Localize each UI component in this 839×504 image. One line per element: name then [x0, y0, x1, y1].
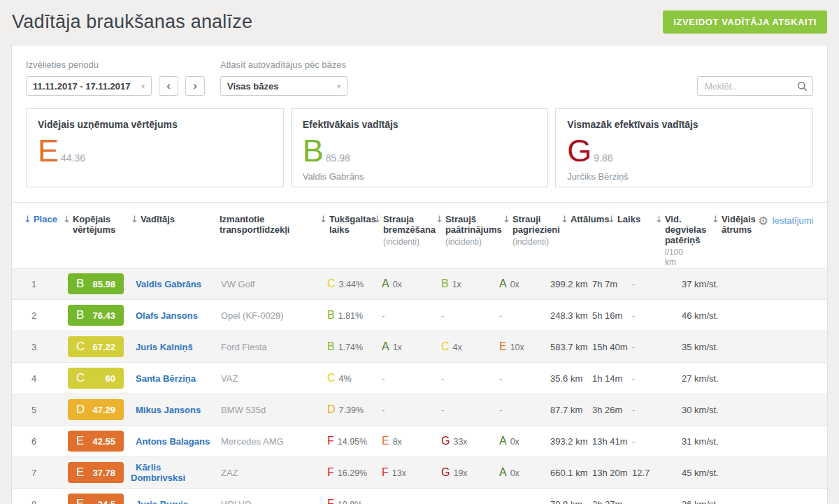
driver-link[interactable]: Valdis Gabrāns — [131, 279, 201, 289]
column-header-distance[interactable]: ↓Attālums — [550, 203, 591, 268]
grade-letter: F — [382, 466, 389, 478]
column-header-vehicles: Izmantotie transportlīdzekļi — [217, 203, 319, 268]
column-header-acceleration[interactable]: ↓Straujš paātrinājums(incidenti) — [434, 203, 497, 268]
grade-value: 4% — [339, 374, 352, 384]
driver-link[interactable]: Olafs Jansons — [131, 310, 198, 321]
column-sublabel: (incidenti) — [436, 237, 496, 247]
place-cell: 5 — [12, 394, 62, 426]
badge-grade-letter: E — [76, 497, 84, 504]
incident-cell: F16.29% — [319, 457, 371, 489]
period-select[interactable]: 11.11.2017 - 17.11.2017 ▾ — [26, 76, 152, 96]
incident-cell: B1.74% — [319, 331, 371, 363]
next-period-button[interactable]: › — [185, 76, 205, 96]
driver-link[interactable]: Kārlis Dombrivsksi — [131, 462, 185, 483]
column-header-time[interactable]: ↓Laiks — [591, 203, 631, 268]
column-header-braking[interactable]: ↓Strauja bremzēšana(incidenti) — [371, 203, 434, 268]
incident-cell: - — [371, 489, 434, 504]
driver-link[interactable]: Mikus Jansons — [131, 405, 201, 415]
place-cell: 7 — [12, 457, 62, 489]
grade-value: 0x — [393, 280, 402, 289]
search-input[interactable] — [697, 76, 813, 96]
table-row: 1B85.98Valdis GabrānsVW GolfC3.44%A0xB1x… — [12, 268, 827, 300]
driver-link[interactable]: Juris Kalniņš — [131, 342, 193, 352]
incident-cell: - — [434, 394, 497, 426]
badge-grade-value: 85.98 — [92, 279, 115, 289]
period-filter-group: Izvēlieties periodu 11.11.2017 - 17.11.2… — [26, 59, 152, 96]
search-icon[interactable] — [797, 81, 808, 94]
score-cell: E42.55 — [62, 426, 130, 457]
settings-header[interactable]: ⚙Iestatījumi — [748, 203, 827, 268]
badge-grade-value: 47.29 — [92, 405, 115, 415]
incident-cell: D7.39% — [319, 394, 371, 426]
column-header-place[interactable]: ↓Place — [12, 203, 62, 268]
grade-letter: G — [441, 435, 450, 447]
fuel-cell: - — [631, 363, 681, 394]
base-select[interactable]: Visas bāzes ▾ — [220, 76, 347, 96]
settings-cell — [748, 300, 827, 331]
card-title: Efektīvākais vadītājs — [303, 119, 537, 130]
settings-cell — [748, 489, 827, 504]
vehicle-cell: BMW 535d — [217, 394, 319, 426]
column-header-driver[interactable]: ↓Vadītājs — [130, 203, 217, 268]
grade-badge: D47.29 — [68, 399, 124, 420]
badge-grade-value: 42.55 — [92, 436, 115, 447]
grade-badge: E42.55 — [68, 431, 124, 452]
sort-arrow-icon: ↓ — [373, 214, 381, 235]
previous-period-button[interactable]: ‹ — [159, 76, 178, 96]
empty-value: - — [441, 373, 444, 384]
distance-cell: 660.1 km — [550, 457, 591, 489]
empty-value: - — [632, 310, 635, 321]
empty-value: - — [632, 405, 635, 415]
place-cell: 3 — [12, 331, 62, 363]
card-title: Vidējais uzņēmuma vērtējums — [38, 119, 272, 130]
grade-letter: A — [382, 278, 389, 289]
driver-link[interactable]: Juris Burvis — [131, 499, 188, 504]
score-cell: D47.29 — [62, 394, 130, 426]
sort-arrow-icon: ↓ — [63, 214, 71, 235]
score-cell: C67.22 — [62, 331, 130, 363]
badge-grade-letter: B — [76, 277, 84, 291]
column-header-fuel[interactable]: ↓Vid. degvielas patēriņšl/100 km — [631, 203, 681, 268]
chevron-down-icon: ▾ — [337, 82, 340, 90]
badge-grade-letter: E — [76, 466, 84, 480]
badge-grade-letter: E — [76, 434, 84, 448]
table-row: 5D47.29Mikus JansonsBMW 535dD7.39%---87.… — [12, 394, 827, 426]
badge-grade-value: 76.43 — [92, 310, 115, 321]
incident-cell: F13x — [371, 457, 434, 489]
empty-value: - — [499, 373, 502, 384]
vehicle-cell: ZAZ — [217, 457, 319, 489]
grade-value: 10x — [510, 343, 524, 352]
driver-name — [38, 171, 272, 182]
table-row: 4C60Santa BērziņaVAZC4%---35.6 km1h 14m-… — [12, 363, 827, 394]
grade-letter: A — [499, 466, 507, 478]
fuel-cell: 12.7 — [631, 457, 681, 489]
drivers-table: ↓Place↓Kopējais vērtējums↓VadītājsIzmant… — [12, 202, 827, 504]
incident-cell: A0x — [371, 268, 434, 300]
column-header-turns[interactable]: ↓Strauji pagriezieni(incidenti) — [497, 203, 550, 268]
driver-link[interactable]: Antons Balagans — [131, 436, 210, 447]
grade-letter: B — [327, 309, 335, 321]
grade-letter: A — [499, 278, 507, 289]
place-cell: 8 — [12, 489, 62, 504]
incident-cell: A0x — [497, 268, 550, 300]
fuel-cell: - — [631, 300, 681, 331]
driver-cell: Olafs Jansons — [130, 300, 217, 331]
create-driver-report-button[interactable]: IZVEIDOT VADĪTĀJA ATSKAITI — [663, 10, 827, 34]
table-row: 7E37.78Kārlis DombrivsksiZAZF16.29%F13xG… — [12, 457, 827, 489]
grade-value: 19x — [453, 468, 467, 478]
empty-value: - — [382, 405, 385, 415]
driver-cell: Kārlis Dombrivsksi — [130, 457, 217, 489]
vehicle-cell: VW Golf — [217, 268, 319, 300]
column-label: Izmantotie transportlīdzekļi — [220, 214, 318, 235]
grade-value: 7.39% — [339, 405, 364, 415]
column-label: Vadītājs — [141, 214, 175, 224]
incident-cell: A0x — [497, 426, 550, 457]
grade-value: 10.8% — [338, 500, 362, 504]
grade-letter: E — [38, 138, 59, 164]
column-header-score[interactable]: ↓Kopējais vērtējums — [62, 203, 130, 268]
grade-badge: B76.43 — [68, 305, 124, 326]
column-header-idle[interactable]: ↓Tukšgaitas laiks — [319, 203, 371, 268]
grade-letter: G — [441, 466, 450, 478]
speed-cell: 27 km/st. — [681, 363, 748, 394]
driver-link[interactable]: Santa Bērziņa — [131, 373, 196, 384]
